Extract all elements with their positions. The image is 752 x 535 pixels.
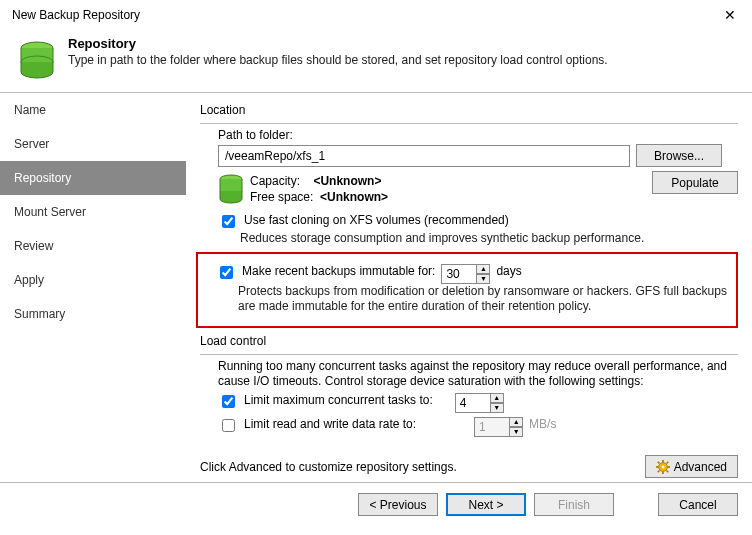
repository-icon xyxy=(16,38,58,80)
sidebar-item-summary[interactable]: Summary xyxy=(0,297,186,331)
immutable-highlight: Make recent backups immutable for: ▲ ▼ d… xyxy=(196,252,738,328)
limit-rate-unit: MB/s xyxy=(529,417,556,431)
close-icon[interactable]: ✕ xyxy=(718,6,742,24)
loadcontrol-intro: Running too many concurrent tasks agains… xyxy=(218,359,738,389)
capacity-label: Capacity: xyxy=(250,174,300,188)
limit-tasks-input[interactable] xyxy=(455,393,491,413)
immutable-label: Make recent backups immutable for: xyxy=(242,264,435,278)
loadcontrol-group-label: Load control xyxy=(200,334,738,348)
advanced-hint: Click Advanced to customize repository s… xyxy=(200,460,457,474)
limit-tasks-spin-down[interactable]: ▼ xyxy=(490,403,504,413)
titlebar: New Backup Repository ✕ xyxy=(0,0,752,28)
populate-button[interactable]: Populate xyxy=(652,171,738,194)
immutable-desc: Protects backups from modification or de… xyxy=(238,284,730,314)
header-title: Repository xyxy=(68,36,608,51)
previous-button[interactable]: < Previous xyxy=(358,493,438,516)
window-title: New Backup Repository xyxy=(12,8,140,22)
path-label: Path to folder: xyxy=(218,128,738,142)
free-label: Free space: xyxy=(250,190,313,204)
fast-clone-desc: Reduces storage consumption and improves… xyxy=(240,231,738,246)
svg-point-4 xyxy=(661,465,664,468)
sidebar-item-name[interactable]: Name xyxy=(0,93,186,127)
wizard-sidebar: Name Server Repository Mount Server Revi… xyxy=(0,93,186,482)
svg-line-9 xyxy=(657,461,659,463)
limit-rate-checkbox[interactable] xyxy=(222,419,235,432)
sidebar-item-mount-server[interactable]: Mount Server xyxy=(0,195,186,229)
fast-clone-label: Use fast cloning on XFS volumes (recomme… xyxy=(244,213,509,227)
immutable-spin-down[interactable]: ▼ xyxy=(476,274,490,284)
limit-tasks-checkbox[interactable] xyxy=(222,395,235,408)
sidebar-item-apply[interactable]: Apply xyxy=(0,263,186,297)
svg-line-10 xyxy=(666,470,668,472)
limit-rate-label: Limit read and write data rate to: xyxy=(244,417,416,431)
capacity-value: <Unknown> xyxy=(313,174,381,188)
advanced-button-label: Advanced xyxy=(674,460,727,474)
cancel-button[interactable]: Cancel xyxy=(658,493,738,516)
sidebar-item-server[interactable]: Server xyxy=(0,127,186,161)
header-subtitle: Type in path to the folder where backup … xyxy=(68,53,608,67)
limit-tasks-spin-up[interactable]: ▲ xyxy=(490,393,504,403)
svg-line-12 xyxy=(666,461,668,463)
fast-clone-checkbox[interactable] xyxy=(222,215,235,228)
header: Repository Type in path to the folder wh… xyxy=(0,28,752,93)
svg-line-11 xyxy=(657,470,659,472)
sidebar-item-review[interactable]: Review xyxy=(0,229,186,263)
advanced-button[interactable]: Advanced xyxy=(645,455,738,478)
immutable-spin-up[interactable]: ▲ xyxy=(476,264,490,274)
free-value: <Unknown> xyxy=(320,190,388,204)
browse-button[interactable]: Browse... xyxy=(636,144,722,167)
wizard-footer: < Previous Next > Finish Cancel xyxy=(0,483,752,526)
immutable-checkbox[interactable] xyxy=(220,266,233,279)
immutable-unit: days xyxy=(496,264,521,278)
content-panel: Location Path to folder: Browse... Capac… xyxy=(186,93,752,482)
disk-icon xyxy=(218,173,244,205)
limit-rate-spin-up: ▲ xyxy=(509,417,523,427)
finish-button: Finish xyxy=(534,493,614,516)
limit-rate-spin-down: ▼ xyxy=(509,427,523,437)
next-button[interactable]: Next > xyxy=(446,493,526,516)
sidebar-item-repository[interactable]: Repository xyxy=(0,161,186,195)
limit-rate-input xyxy=(474,417,510,437)
gear-icon xyxy=(656,460,670,474)
path-input[interactable] xyxy=(218,145,630,167)
immutable-days-input[interactable] xyxy=(441,264,477,284)
location-group-label: Location xyxy=(200,103,738,117)
limit-tasks-label: Limit maximum concurrent tasks to: xyxy=(244,393,433,407)
